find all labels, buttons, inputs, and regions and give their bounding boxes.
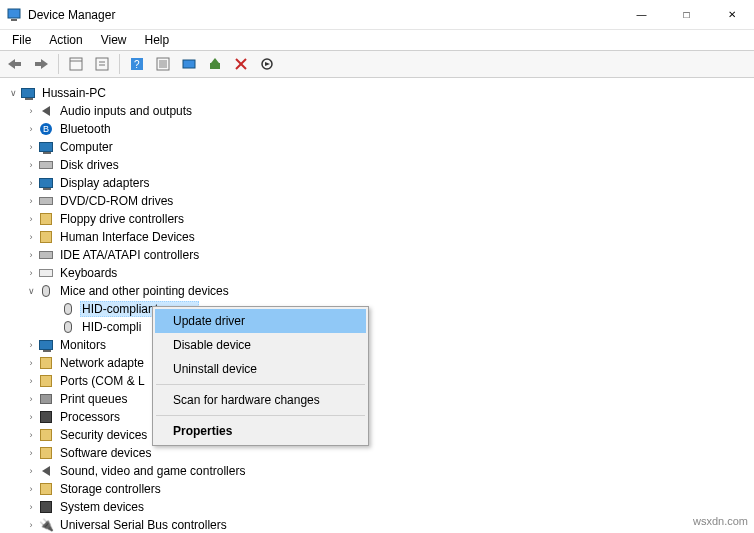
expander-icon[interactable]: › — [24, 230, 38, 244]
tree-category[interactable]: ›BBluetooth — [2, 120, 752, 138]
tree-category[interactable]: ›DVD/CD-ROM drives — [2, 192, 752, 210]
expander-icon[interactable]: › — [24, 392, 38, 406]
device-tree[interactable]: ∨ Hussain-PC ›Audio inputs and outputs ›… — [0, 78, 754, 533]
watermark: wsxdn.com — [693, 515, 748, 527]
expander-icon[interactable]: › — [24, 122, 38, 136]
category-label: Universal Serial Bus controllers — [58, 518, 229, 532]
expander-icon[interactable]: › — [24, 176, 38, 190]
expander-icon[interactable]: › — [24, 518, 38, 532]
tree-category[interactable]: ›Audio inputs and outputs — [2, 102, 752, 120]
maximize-button[interactable]: □ — [664, 0, 709, 30]
security-icon — [38, 427, 54, 443]
expander-icon[interactable]: › — [24, 140, 38, 154]
sound-icon — [38, 463, 54, 479]
expander-icon[interactable]: › — [24, 248, 38, 262]
properties-toolbar-button[interactable] — [91, 53, 113, 75]
action-button[interactable] — [152, 53, 174, 75]
speaker-icon — [38, 103, 54, 119]
menu-file[interactable]: File — [4, 31, 39, 49]
tree-category[interactable]: ›IDE ATA/ATAPI controllers — [2, 246, 752, 264]
expander-icon[interactable]: › — [24, 104, 38, 118]
tree-category-mice[interactable]: ∨Mice and other pointing devices — [2, 282, 752, 300]
back-button[interactable] — [4, 53, 26, 75]
update-driver-button[interactable] — [204, 53, 226, 75]
disable-button[interactable] — [256, 53, 278, 75]
expander-icon[interactable]: › — [24, 464, 38, 478]
expander-icon[interactable]: › — [24, 266, 38, 280]
minimize-button[interactable]: — — [619, 0, 664, 30]
expander-icon[interactable]: › — [24, 482, 38, 496]
show-hidden-button[interactable] — [65, 53, 87, 75]
svg-marker-2 — [8, 59, 15, 69]
tree-category[interactable]: ›Storage controllers — [2, 480, 752, 498]
tree-category[interactable]: ›Display adapters — [2, 174, 752, 192]
expander-icon[interactable]: › — [24, 212, 38, 226]
expander-icon[interactable]: › — [24, 194, 38, 208]
root-label: Hussain-PC — [40, 86, 108, 100]
close-button[interactable]: ✕ — [709, 0, 754, 30]
menu-item-update-driver[interactable]: Update driver — [155, 309, 366, 333]
tree-category[interactable]: ›Floppy drive controllers — [2, 210, 752, 228]
svg-rect-6 — [70, 58, 82, 70]
category-label: Computer — [58, 140, 115, 154]
menu-action[interactable]: Action — [41, 31, 90, 49]
expander-icon[interactable]: › — [24, 446, 38, 460]
menu-item-properties[interactable]: Properties — [155, 419, 366, 443]
tree-category[interactable]: ›Network adapte — [2, 354, 752, 372]
tree-root[interactable]: ∨ Hussain-PC — [2, 84, 752, 102]
cpu-icon — [38, 409, 54, 425]
computer-icon — [38, 139, 54, 155]
tree-category[interactable]: ›Human Interface Devices — [2, 228, 752, 246]
computer-icon — [20, 85, 36, 101]
menu-separator — [156, 415, 365, 416]
tree-category[interactable]: ›🔌Universal Serial Bus controllers — [2, 516, 752, 533]
category-label: Security devices — [58, 428, 149, 442]
bluetooth-icon: B — [38, 121, 54, 137]
expander-icon[interactable]: › — [24, 374, 38, 388]
uninstall-button[interactable] — [230, 53, 252, 75]
tree-category[interactable]: ›Monitors — [2, 336, 752, 354]
tree-category[interactable]: ›System devices — [2, 498, 752, 516]
expander-icon[interactable]: › — [24, 428, 38, 442]
toolbar-separator — [58, 54, 59, 74]
tree-category[interactable]: ›Software devices — [2, 444, 752, 462]
category-label: Keyboards — [58, 266, 119, 280]
help-button[interactable]: ? — [126, 53, 148, 75]
expander-icon[interactable]: › — [24, 356, 38, 370]
system-icon — [38, 499, 54, 515]
window-controls: — □ ✕ — [619, 0, 754, 30]
optical-icon — [38, 193, 54, 209]
menu-item-disable-device[interactable]: Disable device — [155, 333, 366, 357]
tree-category[interactable]: ›Sound, video and game controllers — [2, 462, 752, 480]
expander-icon[interactable]: ∨ — [24, 284, 38, 298]
expander-icon[interactable]: › — [24, 500, 38, 514]
category-label: Floppy drive controllers — [58, 212, 186, 226]
menu-help[interactable]: Help — [137, 31, 178, 49]
tree-category[interactable]: ›Ports (COM & L — [2, 372, 752, 390]
menu-item-uninstall-device[interactable]: Uninstall device — [155, 357, 366, 381]
tree-category[interactable]: ›Keyboards — [2, 264, 752, 282]
tree-category[interactable]: ›Print queues — [2, 390, 752, 408]
expander-icon[interactable]: › — [24, 410, 38, 424]
svg-rect-1 — [11, 19, 17, 21]
tree-device-selected[interactable]: HID-compliant mouse — [2, 300, 752, 318]
tree-category[interactable]: ›Disk drives — [2, 156, 752, 174]
toolbar-separator — [119, 54, 120, 74]
forward-button[interactable] — [30, 53, 52, 75]
device-label: HID-compli — [80, 320, 143, 334]
tree-category[interactable]: ›Security devices — [2, 426, 752, 444]
menu-view[interactable]: View — [93, 31, 135, 49]
tree-category[interactable]: ›Computer — [2, 138, 752, 156]
svg-marker-4 — [41, 59, 48, 69]
menu-item-scan-hardware[interactable]: Scan for hardware changes — [155, 388, 366, 412]
expander-icon[interactable]: › — [24, 158, 38, 172]
tree-category[interactable]: ›Processors — [2, 408, 752, 426]
disk-icon — [38, 157, 54, 173]
svg-text:?: ? — [134, 59, 140, 70]
scan-hardware-button[interactable] — [178, 53, 200, 75]
svg-rect-16 — [210, 63, 220, 69]
expander-icon[interactable]: › — [24, 338, 38, 352]
category-label: Bluetooth — [58, 122, 113, 136]
tree-device[interactable]: HID-compli — [2, 318, 752, 336]
expander-icon[interactable]: ∨ — [6, 86, 20, 100]
